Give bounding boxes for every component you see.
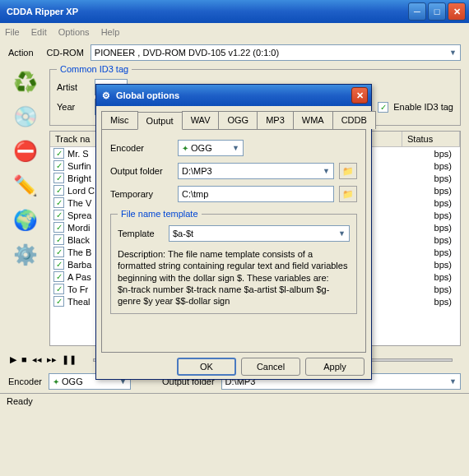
tab-mp3[interactable]: MP3 [257, 111, 294, 129]
tab-output[interactable]: Output [137, 112, 183, 130]
tab-ogg[interactable]: OGG [218, 111, 258, 129]
dlg-temp-label: Temporary [110, 189, 173, 199]
dlg-encoder-select[interactable]: ✦ OGG ▼ [178, 140, 244, 156]
dialog-title: Global options [116, 90, 348, 100]
fnt-legend: File name template [118, 209, 202, 219]
ogg-icon: ✦ [182, 144, 188, 153]
tab-cddb[interactable]: CDDB [332, 111, 376, 129]
apply-button[interactable]: Apply [305, 358, 365, 376]
chevron-down-icon: ▼ [232, 144, 239, 152]
ok-button[interactable]: OK [177, 358, 236, 376]
tab-wma[interactable]: WMA [293, 111, 333, 129]
browse-outfolder-button[interactable]: 📁 [339, 163, 357, 179]
template-select[interactable]: $a-$t ▼ [169, 225, 350, 242]
template-label: Template [118, 229, 164, 238]
chevron-down-icon: ▼ [338, 229, 346, 238]
dialog-buttons: OK Cancel Apply [96, 358, 371, 382]
tab-misc[interactable]: Misc [101, 111, 138, 129]
global-options-dialog: ⚙ Global options ✕ Misc Output WAV OGG M… [95, 84, 372, 380]
dlg-temp-input[interactable] [178, 186, 334, 202]
filename-template-fieldset: File name template Template $a-$t ▼ Desc… [110, 209, 357, 314]
template-description: Description: The file name template cons… [118, 248, 350, 307]
tab-panel-output: Encoder ✦ OGG ▼ Output folder D:\MP3 ▼ 📁… [101, 129, 366, 353]
folder-icon: 📁 [342, 166, 354, 177]
browse-temp-button[interactable]: 📁 [339, 186, 357, 202]
tab-wav[interactable]: WAV [182, 111, 220, 129]
dlg-outfolder-label: Output folder [110, 166, 173, 176]
overlay: ⚙ Global options ✕ Misc Output WAV OGG M… [0, 0, 469, 476]
chevron-down-icon: ▼ [323, 167, 330, 175]
dialog-close-button[interactable]: ✕ [351, 87, 368, 104]
gear-icon: ⚙ [100, 89, 113, 102]
cancel-button[interactable]: Cancel [241, 358, 300, 376]
dialog-tabs: Misc Output WAV OGG MP3 WMA CDDB [101, 111, 366, 129]
dlg-outfolder-select[interactable]: D:\MP3 ▼ [178, 163, 334, 179]
dialog-titlebar: ⚙ Global options ✕ [96, 85, 371, 106]
dlg-encoder-label: Encoder [110, 143, 173, 153]
folder-icon: 📁 [342, 189, 354, 200]
